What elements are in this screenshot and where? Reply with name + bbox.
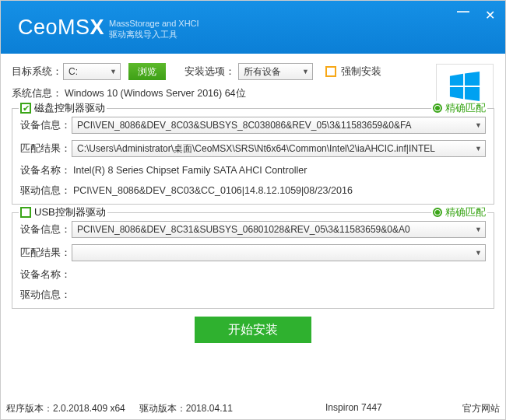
- disk-match-label: 精确匹配: [445, 101, 486, 115]
- device-name-label: 设备名称：: [20, 268, 72, 282]
- usb-device-value: PCI\VEN_8086&DEV_8C31&SUBSYS_06801028&RE…: [77, 224, 410, 235]
- logo-sub-en: MassStorage and XHCI: [109, 18, 199, 29]
- usb-match-badge[interactable]: 精确匹配: [431, 205, 487, 219]
- logo-main: CeoMS: [18, 16, 90, 39]
- drive-select[interactable]: C:▼: [63, 63, 121, 80]
- chevron-down-icon: ▼: [475, 145, 482, 152]
- target-row: 目标系统： C:▼ 浏览 安装选项： 所有设备▼ 强制安装: [12, 63, 494, 80]
- device-name-label: 设备名称：: [20, 163, 72, 177]
- radio-icon: [433, 103, 442, 113]
- disk-group-checkbox[interactable]: [20, 103, 31, 114]
- disk-match-value: C:\Users\Administrator\桌面\CeoMSX\SRS\Nt6…: [77, 142, 435, 156]
- logo-subtitle: MassStorage and XHCI 驱动离线导入工具: [109, 18, 199, 40]
- usb-group-label: USB控制器驱动: [34, 205, 106, 219]
- install-option-label: 安装选项：: [184, 65, 235, 79]
- chevron-down-icon: ▼: [110, 68, 117, 75]
- chevron-down-icon: ▼: [475, 121, 482, 129]
- sysinfo-label: 系统信息：: [12, 86, 63, 100]
- disk-match-badge[interactable]: 精确匹配: [431, 101, 487, 115]
- force-install-label: 强制安装: [341, 65, 381, 79]
- driver-info-label: 驱动信息：: [20, 184, 72, 198]
- disk-device-value: PCI\VEN_8086&DEV_8C03&SUBSYS_8C038086&RE…: [77, 120, 412, 131]
- windows-icon: [448, 70, 481, 103]
- target-label: 目标系统：: [12, 65, 63, 79]
- logo-sub-cn: 驱动离线导入工具: [109, 29, 199, 40]
- match-result-label: 匹配结果：: [20, 246, 72, 260]
- usb-controller-group: USB控制器驱动 精确匹配 设备信息： PCI\VEN_8086&DEV_8C3…: [12, 212, 494, 309]
- driver-version: 驱动版本：2018.04.11: [139, 402, 233, 415]
- close-button[interactable]: ✕: [482, 7, 497, 23]
- logo-accent: X: [90, 16, 105, 39]
- disk-controller-group: 磁盘控制器驱动 精确匹配 设备信息： PCI\VEN_8086&DEV_8C03…: [12, 108, 494, 205]
- app-logo: CeoMSX: [18, 16, 104, 40]
- disk-driver-info: PCI\VEN_8086&DEV_8C03&CC_0106|14.8.12.10…: [72, 185, 353, 196]
- usb-group-checkbox[interactable]: [20, 207, 31, 218]
- device-info-label: 设备信息：: [20, 222, 72, 236]
- disk-group-label: 磁盘控制器驱动: [34, 101, 105, 115]
- chevron-down-icon: ▼: [475, 249, 482, 257]
- program-version: 程序版本：2.0.2018.409 x64: [6, 402, 125, 415]
- disk-group-title: 磁盘控制器驱动: [19, 101, 107, 115]
- install-option-value: 所有设备: [244, 65, 281, 79]
- disk-device-name: Intel(R) 8 Series Chipset Family SATA AH…: [72, 165, 307, 176]
- minimize-button[interactable]: —: [455, 4, 471, 19]
- chevron-down-icon: ▼: [302, 68, 309, 75]
- usb-match-label: 精确匹配: [445, 205, 486, 219]
- disk-match-select[interactable]: C:\Users\Administrator\桌面\CeoMSX\SRS\Nt6…: [72, 140, 486, 157]
- drive-value: C:: [69, 66, 78, 77]
- status-bar: 程序版本：2.0.2018.409 x64 驱动版本：2018.04.11 In…: [0, 402, 506, 415]
- sysinfo-row: 系统信息： Windows 10 (Windows Server 2016) 6…: [12, 86, 494, 100]
- start-install-button[interactable]: 开始安装: [195, 317, 311, 343]
- force-install-checkbox[interactable]: [325, 66, 336, 77]
- usb-match-select[interactable]: ▼: [72, 244, 486, 261]
- browse-button[interactable]: 浏览: [128, 63, 166, 80]
- driver-info-label: 驱动信息：: [20, 288, 72, 302]
- usb-device-select[interactable]: PCI\VEN_8086&DEV_8C31&SUBSYS_06801028&RE…: [72, 221, 486, 238]
- model-name: Inspiron 7447: [325, 402, 382, 415]
- title-bar: CeoMSX MassStorage and XHCI 驱动离线导入工具 — ✕: [1, 1, 505, 54]
- usb-group-title: USB控制器驱动: [19, 205, 107, 219]
- disk-device-select[interactable]: PCI\VEN_8086&DEV_8C03&SUBSYS_8C038086&RE…: [72, 117, 486, 134]
- official-site-link[interactable]: 官方网站: [462, 402, 500, 415]
- install-option-select[interactable]: 所有设备▼: [238, 63, 313, 80]
- device-info-label: 设备信息：: [20, 118, 72, 132]
- sysinfo-value: Windows 10 (Windows Server 2016) 64位: [63, 87, 246, 100]
- radio-icon: [433, 208, 442, 217]
- match-result-label: 匹配结果：: [20, 142, 72, 156]
- chevron-down-icon: ▼: [475, 226, 482, 233]
